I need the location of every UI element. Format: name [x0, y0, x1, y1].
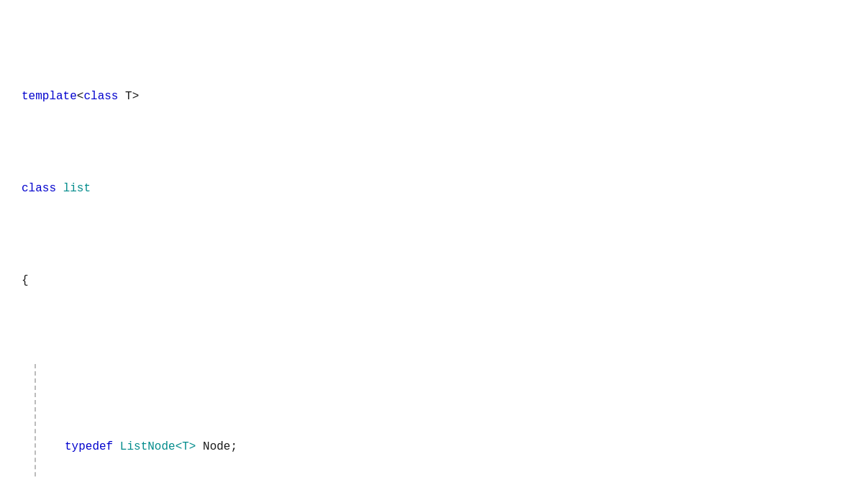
code-viewer: template<class T> class list { typedef L… — [22, 14, 846, 477]
code-line-3: { — [22, 272, 846, 291]
keyword-class2: class — [22, 180, 56, 199]
code-line-1: template<class T> — [22, 88, 846, 106]
code-line-4: typedef ListNode<T> Node; — [65, 438, 846, 457]
keyword-class: class — [83, 88, 118, 106]
code-line-2: class list — [22, 180, 846, 199]
classname-list: list — [63, 180, 91, 199]
keyword-template: template — [22, 88, 77, 106]
type-listnode: ListNode<T> — [120, 438, 196, 457]
keyword-typedef-1: typedef — [65, 438, 113, 457]
